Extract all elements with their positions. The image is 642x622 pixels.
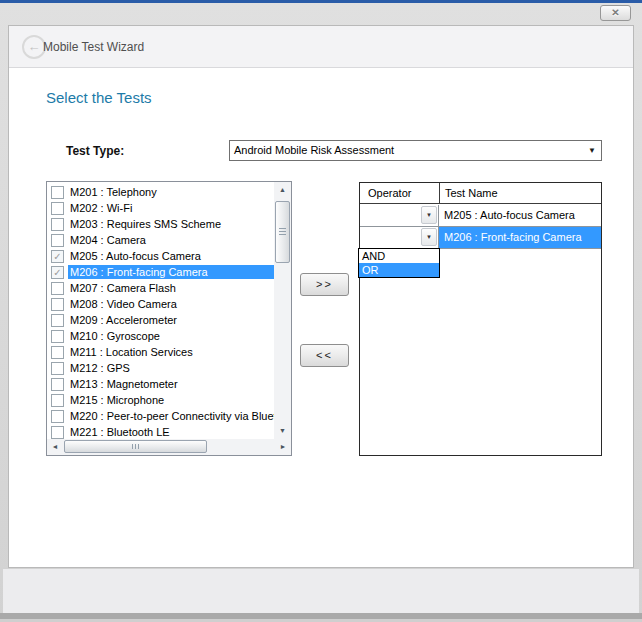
test-type-select[interactable]: Android Mobile Risk Assessment ▼ xyxy=(229,140,602,161)
list-item[interactable]: M201 : Telephony xyxy=(47,184,274,200)
checkbox[interactable] xyxy=(51,346,64,359)
checkbox[interactable] xyxy=(51,186,64,199)
scroll-left-icon[interactable]: ◄ xyxy=(47,439,63,455)
scroll-right-icon[interactable]: ► xyxy=(275,439,291,455)
list-item[interactable]: M212 : GPS xyxy=(47,360,274,376)
close-icon[interactable]: ✕ xyxy=(600,5,631,21)
list-item[interactable]: M221 : Bluetooth LE xyxy=(47,424,274,439)
list-item-label: M215 : Microphone xyxy=(68,393,167,407)
test-type-label: Test Type: xyxy=(66,144,124,158)
list-item[interactable]: M211 : Location Services xyxy=(47,344,274,360)
column-header-test-name: Test Name xyxy=(445,187,498,199)
operator-dropdown-list: ANDOR xyxy=(358,248,440,278)
list-item-label: M206 : Front-facing Camera xyxy=(68,265,274,279)
horizontal-scrollbar[interactable]: ◄ ► xyxy=(47,439,291,455)
list-item-label: M220 : Peer-to-peer Connectivity via Blu… xyxy=(68,409,274,423)
add-tests-button[interactable]: >> xyxy=(300,273,349,296)
thumb-grip xyxy=(132,444,140,449)
table-header: Operator Test Name xyxy=(360,183,601,204)
checkbox[interactable] xyxy=(51,218,64,231)
test-name-cell[interactable]: M205 : Auto-focus Camera xyxy=(439,205,601,226)
checkbox[interactable]: ✓ xyxy=(51,266,64,279)
vertical-scrollbar-thumb[interactable] xyxy=(275,201,290,263)
list-item[interactable]: M203 : Requires SMS Scheme xyxy=(47,216,274,232)
checkbox[interactable] xyxy=(51,234,64,247)
test-name-cell[interactable]: M206 : Front-facing Camera xyxy=(439,227,601,248)
checkbox[interactable] xyxy=(51,298,64,311)
list-item[interactable]: M215 : Microphone xyxy=(47,392,274,408)
list-item-label: M203 : Requires SMS Scheme xyxy=(68,217,224,231)
chevron-down-icon[interactable]: ▼ xyxy=(421,228,437,246)
wizard-title: Mobile Test Wizard xyxy=(43,40,144,54)
checkbox[interactable] xyxy=(51,410,64,423)
checkbox[interactable] xyxy=(51,426,64,439)
list-item-label: M202 : Wi-Fi xyxy=(68,201,135,215)
operator-combobox[interactable]: ▼ xyxy=(360,205,439,226)
list-item[interactable]: M210 : Gyroscope xyxy=(47,328,274,344)
list-item[interactable]: ✓M206 : Front-facing Camera xyxy=(47,264,274,280)
list-item-label: M204 : Camera xyxy=(68,233,149,247)
selected-tests-table[interactable]: Operator Test Name ▼M205 : Auto-focus Ca… xyxy=(359,182,602,456)
remove-tests-button[interactable]: << xyxy=(300,344,349,367)
checkbox[interactable] xyxy=(51,362,64,375)
list-item-label: M207 : Camera Flash xyxy=(68,281,179,295)
list-item-label: M211 : Location Services xyxy=(68,345,196,359)
list-item-label: M208 : Video Camera xyxy=(68,297,180,311)
table-row: ▼M206 : Front-facing Camera xyxy=(360,227,601,249)
list-item[interactable]: M220 : Peer-to-peer Connectivity via Blu… xyxy=(47,408,274,424)
list-item[interactable]: M204 : Camera xyxy=(47,232,274,248)
list-item-label: M209 : Accelerometer xyxy=(68,313,180,327)
checkbox[interactable] xyxy=(51,314,64,327)
scroll-down-icon[interactable]: ▼ xyxy=(274,423,291,439)
list-item[interactable]: M202 : Wi-Fi xyxy=(47,200,274,216)
list-item[interactable]: ✓M205 : Auto-focus Camera xyxy=(47,248,274,264)
checkbox[interactable] xyxy=(51,394,64,407)
scroll-up-icon[interactable]: ▲ xyxy=(274,182,291,198)
list-item[interactable]: M213 : Magnetometer xyxy=(47,376,274,392)
checkbox[interactable] xyxy=(51,202,64,215)
available-tests-rows: M201 : TelephonyM202 : Wi-FiM203 : Requi… xyxy=(47,182,274,439)
vertical-scrollbar[interactable]: ▲ ▼ xyxy=(274,182,291,439)
wizard-dialog: ← Mobile Test Wizard Select the Tests Te… xyxy=(8,25,634,568)
column-divider xyxy=(439,183,440,203)
operator-option[interactable]: AND xyxy=(359,249,439,263)
list-item[interactable]: M208 : Video Camera xyxy=(47,296,274,312)
chevron-down-icon: ▼ xyxy=(588,146,596,155)
operator-option[interactable]: OR xyxy=(359,263,439,277)
table-body: ▼M205 : Auto-focus Camera▼M206 : Front-f… xyxy=(360,205,601,249)
list-item-label: M201 : Telephony xyxy=(68,185,160,199)
list-item[interactable]: M207 : Camera Flash xyxy=(47,280,274,296)
list-item-label: M212 : GPS xyxy=(68,361,133,375)
available-tests-list[interactable]: M201 : TelephonyM202 : Wi-FiM203 : Requi… xyxy=(46,181,292,456)
checkbox[interactable] xyxy=(51,282,64,295)
chevron-down-icon[interactable]: ▼ xyxy=(421,206,437,224)
column-header-operator: Operator xyxy=(368,187,411,199)
window-top-edge xyxy=(0,0,642,3)
table-row: ▼M205 : Auto-focus Camera xyxy=(360,205,601,227)
page-title: Select the Tests xyxy=(46,89,152,106)
checkbox[interactable]: ✓ xyxy=(51,250,64,263)
checkbox[interactable] xyxy=(51,330,64,343)
list-item-label: M213 : Magnetometer xyxy=(68,377,181,391)
wizard-window: ✕ ← Mobile Test Wizard Select the Tests … xyxy=(0,0,642,622)
operator-combobox[interactable]: ▼ xyxy=(360,227,439,248)
footer-bar: Next > Cancel Help xyxy=(3,568,639,614)
test-type-value: Android Mobile Risk Assessment xyxy=(234,144,394,156)
list-item[interactable]: M209 : Accelerometer xyxy=(47,312,274,328)
list-item-label: M205 : Auto-focus Camera xyxy=(68,249,204,263)
list-item-label: M221 : Bluetooth LE xyxy=(68,425,173,439)
horizontal-scrollbar-thumb[interactable] xyxy=(64,440,207,453)
list-item-label: M210 : Gyroscope xyxy=(68,329,163,343)
checkbox[interactable] xyxy=(51,378,64,391)
thumb-grip xyxy=(279,228,286,236)
wizard-header: ← Mobile Test Wizard xyxy=(9,26,633,68)
